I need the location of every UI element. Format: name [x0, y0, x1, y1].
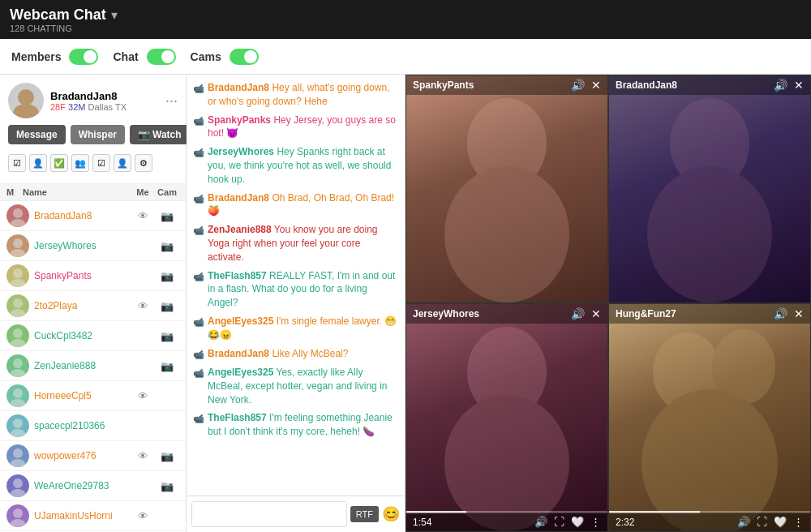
profile-options[interactable]: ···	[165, 92, 178, 109]
chat-label: Chat	[113, 50, 138, 63]
icon-person3[interactable]: 👤	[114, 154, 131, 172]
svg-point-33	[13, 508, 23, 518]
list-item[interactable]: WeAreOne29783 📷	[0, 471, 186, 501]
cam-more-button[interactable]: ⋮	[590, 516, 601, 528]
cam-icon[interactable]: 📷	[161, 330, 174, 342]
message-text: Like Ally McBeal?	[272, 348, 348, 359]
cam-close-button[interactable]: ✕	[794, 307, 804, 320]
cam-volume-button[interactable]: 🔊	[737, 516, 750, 528]
cam-close-button[interactable]: ✕	[591, 307, 601, 320]
icon-settings[interactable]: ⚙	[135, 154, 152, 172]
chat-input[interactable]	[191, 501, 347, 527]
svg-point-1	[13, 104, 39, 118]
profile-detail: 28F 32M Dallas TX	[50, 102, 159, 112]
header-chevron[interactable]: ▾	[111, 7, 118, 23]
cam-icon[interactable]: 📷	[161, 450, 174, 462]
svg-point-6	[13, 238, 23, 248]
cam-icon[interactable]: 📷	[161, 270, 174, 282]
rtf-button[interactable]: RTF	[350, 506, 379, 522]
cam-sound-button[interactable]: 🔊	[571, 307, 585, 320]
icon-check-person[interactable]: ☑	[8, 154, 26, 172]
message-content: JerseyWhores Hey Spanks right back at yo…	[208, 145, 398, 186]
whisper-button[interactable]: Whisper	[71, 125, 125, 144]
cam-icon[interactable]: 📷	[161, 240, 174, 252]
avatar	[8, 83, 44, 118]
message-username[interactable]: SpankyPanks	[208, 114, 271, 126]
cam-volume-button[interactable]: 🔊	[534, 516, 547, 528]
col-me-header: Me	[131, 187, 155, 197]
cam-time: 2:32	[616, 517, 634, 528]
list-item[interactable]: wowpower476 👁 📷	[0, 441, 186, 471]
message-username[interactable]: BradandJan8	[208, 348, 269, 359]
cam-close-button[interactable]: ✕	[794, 79, 804, 92]
col-m-header: M	[6, 187, 23, 197]
emoji-button[interactable]: 😊	[382, 505, 400, 523]
members-toggle[interactable]	[69, 49, 98, 65]
cam-icon[interactable]: 📷	[161, 480, 174, 492]
cam-icon[interactable]: 📷	[161, 210, 174, 222]
sidebar: BradandJan8 28F 32M Dallas TX ··· Messag…	[0, 75, 187, 532]
eye-icon[interactable]: 👁	[138, 450, 148, 462]
cam-icon[interactable]: 📷	[161, 360, 174, 372]
list-item[interactable]: JerseyWhores 📷	[0, 231, 186, 261]
svg-point-0	[18, 89, 34, 105]
icon-person[interactable]: 👤	[29, 154, 47, 172]
icon-check-box[interactable]: ☑	[92, 154, 110, 172]
svg-point-30	[13, 478, 23, 488]
member-name: BradandJan8	[34, 210, 131, 221]
header-title: Webcam Chat	[10, 6, 106, 24]
cam-icon: 📹	[193, 271, 204, 283]
message-username[interactable]: AngelEyes325	[208, 367, 273, 378]
profile-age-m: 32M	[68, 102, 85, 112]
eye-icon[interactable]: 👁	[138, 510, 148, 522]
message-username[interactable]: AngelEyes325	[208, 315, 273, 327]
cam-footer: 2:32 🔊 ⛶ 🤍 ⋮	[609, 513, 810, 531]
cam-sound-button[interactable]: 🔊	[571, 79, 585, 92]
list-item[interactable]: SpankyPants 📷	[0, 261, 186, 291]
profile-area: BradandJan8 28F 32M Dallas TX ··· Messag…	[0, 75, 186, 184]
cam-footer: 1:54 🔊 ⛶ 🤍 ⋮	[406, 513, 607, 531]
cam-heart-button[interactable]: 🤍	[774, 516, 787, 528]
eye-icon[interactable]: 👁	[138, 300, 148, 312]
member-name: JerseyWhores	[34, 240, 131, 251]
chat-message: 📹 BradandJan8 Like Ally McBeal?	[193, 347, 398, 361]
button-row: Message Whisper 📷 Watch	[8, 125, 178, 144]
cam-fullscreen-button[interactable]: ⛶	[757, 516, 767, 528]
cam-icon[interactable]: 📷	[161, 300, 174, 312]
watch-button[interactable]: 📷 Watch	[130, 125, 190, 144]
message-username[interactable]: TheFlash857	[208, 270, 267, 281]
message-username[interactable]: BradandJan8	[208, 192, 269, 204]
list-item[interactable]: UJamakinUsHorni 👁	[0, 501, 186, 531]
member-eye-col: 👁	[131, 510, 155, 522]
icon-check-person2[interactable]: ✅	[50, 154, 68, 172]
cam-close-button[interactable]: ✕	[591, 79, 601, 92]
chat-toggle[interactable]	[147, 49, 176, 65]
cam-controls: 🔊 ✕	[571, 307, 601, 320]
cam-header: SpankyPants 🔊 ✕	[406, 75, 607, 95]
camera-icon: 📷	[138, 129, 150, 140]
message-username[interactable]: JerseyWhores	[208, 146, 274, 157]
profile-info: BradandJan8 28F 32M Dallas TX	[50, 90, 159, 112]
cam-heart-button[interactable]: 🤍	[571, 516, 584, 528]
eye-icon[interactable]: 👁	[138, 390, 148, 402]
icon-group[interactable]: 👥	[71, 154, 89, 172]
cams-toggle[interactable]	[230, 49, 259, 65]
message-username[interactable]: ZenJeanie888	[208, 224, 272, 235]
message-username[interactable]: TheFlash857	[208, 412, 267, 423]
message-username[interactable]: BradandJan8	[208, 82, 269, 93]
list-item[interactable]: ZenJeanie888 📷	[0, 351, 186, 381]
cam-fullscreen-button[interactable]: ⛶	[554, 516, 564, 528]
message-button[interactable]: Message	[8, 125, 66, 144]
list-item[interactable]: HorneeeCpl5 👁	[0, 381, 186, 411]
list-item[interactable]: spacecpl210366	[0, 411, 186, 441]
cam-controls: 🔊 ✕	[571, 79, 601, 92]
eye-icon[interactable]: 👁	[138, 210, 148, 222]
cam-sound-button[interactable]: 🔊	[774, 79, 787, 92]
cam-icon: 📹	[193, 115, 204, 127]
cam-sound-button[interactable]: 🔊	[774, 307, 787, 320]
list-item[interactable]: 2to2Playa 👁 📷	[0, 291, 186, 321]
message-content: BradandJan8 Like Ally McBeal?	[208, 347, 398, 361]
cam-more-button[interactable]: ⋮	[793, 516, 804, 528]
list-item[interactable]: CuckCpl3482 📷	[0, 321, 186, 351]
list-item[interactable]: BradandJan8 👁 📷	[0, 201, 186, 231]
